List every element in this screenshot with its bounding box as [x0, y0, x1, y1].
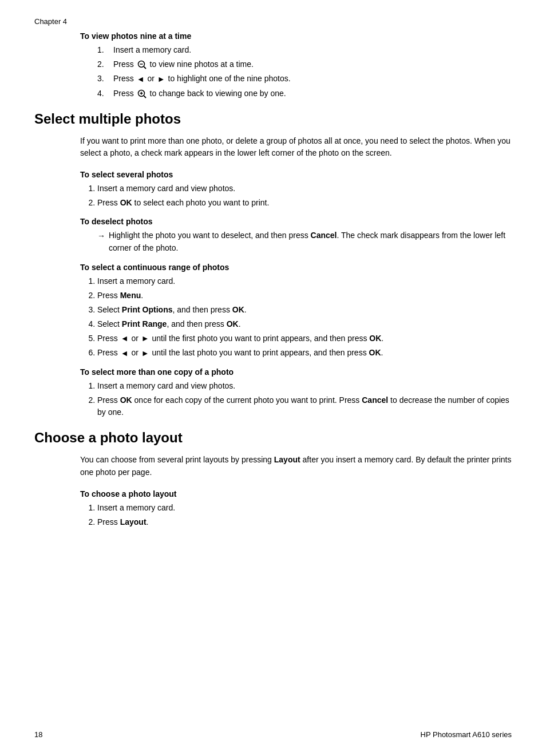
- more-copies-list: Insert a memory card and view photos. Pr…: [97, 380, 512, 418]
- select-multiple-intro: If you want to print more than one photo…: [80, 135, 512, 160]
- list-item: Select Print Range, and then press OK.: [97, 318, 512, 330]
- chapter-label: Chapter 4: [34, 17, 512, 26]
- list-item: Insert a memory card.: [97, 275, 512, 287]
- choose-layout-heading: Choose a photo layout: [34, 430, 512, 446]
- right-arrow-icon: ►: [141, 333, 149, 345]
- select-several-list: Insert a memory card and view photos. Pr…: [97, 183, 512, 209]
- svg-line-2: [144, 67, 146, 69]
- list-item: Press OK to select each photo you want t…: [97, 197, 512, 209]
- list-item: Press Layout.: [97, 516, 512, 528]
- list-item: Press OK once for each copy of the curre…: [97, 394, 512, 418]
- list-item: 2. Press to view nine photos at a time.: [97, 58, 512, 70]
- zoom-in-icon: [137, 89, 147, 99]
- continuous-range-list: Insert a memory card. Press Menu. Select…: [97, 275, 512, 360]
- zoom-out-icon: [137, 60, 147, 70]
- deselect-title: To deselect photos: [80, 217, 512, 226]
- view-nine-title: To view photos nine at a time: [80, 31, 512, 41]
- select-multiple-heading: Select multiple photos: [34, 111, 512, 127]
- select-several-title: To select several photos: [80, 170, 512, 179]
- svg-line-6: [144, 96, 146, 98]
- list-item: 1. Insert a memory card.: [97, 44, 512, 56]
- list-item: Insert a memory card.: [97, 502, 512, 514]
- arrow-symbol: →: [97, 230, 105, 254]
- choose-layout-steps: Insert a memory card. Press Layout.: [97, 502, 512, 528]
- list-item: 3. Press ◄ or ► to highlight one of the …: [97, 73, 512, 85]
- left-arrow-icon: ◄: [137, 73, 145, 85]
- list-item: Press ◄ or ► until the first photo you w…: [97, 333, 512, 345]
- choose-layout-intro: You can choose from several print layout…: [80, 454, 512, 478]
- left-arrow-icon: ◄: [121, 333, 129, 345]
- left-arrow-icon: ◄: [121, 347, 129, 359]
- footer-product-name: HP Photosmart A610 series: [421, 730, 512, 739]
- right-arrow-icon: ►: [157, 73, 165, 85]
- list-item: Press ◄ or ► until the last photo you wa…: [97, 347, 512, 359]
- continuous-range-title: To select a continuous range of photos: [80, 263, 512, 272]
- footer-page-number: 18: [34, 730, 42, 739]
- right-arrow-icon: ►: [141, 347, 149, 359]
- footer: 18 HP Photosmart A610 series: [34, 730, 512, 739]
- list-item: Insert a memory card and view photos.: [97, 183, 512, 195]
- choose-layout-how-title: To choose a photo layout: [80, 489, 512, 498]
- deselect-arrow-item: → Highlight the photo you want to desele…: [97, 229, 512, 254]
- list-item: Insert a memory card and view photos.: [97, 380, 512, 392]
- list-item: Press Menu.: [97, 290, 512, 302]
- list-item: Select Print Options, and then press OK.: [97, 304, 512, 316]
- more-copies-title: To select more than one copy of a photo: [80, 367, 512, 377]
- page: Chapter 4 To view photos nine at a time …: [0, 0, 546, 756]
- list-item: 4. Press to change back to viewing one b…: [97, 88, 512, 100]
- view-nine-list: 1. Insert a memory card. 2. Press to vie…: [97, 44, 512, 100]
